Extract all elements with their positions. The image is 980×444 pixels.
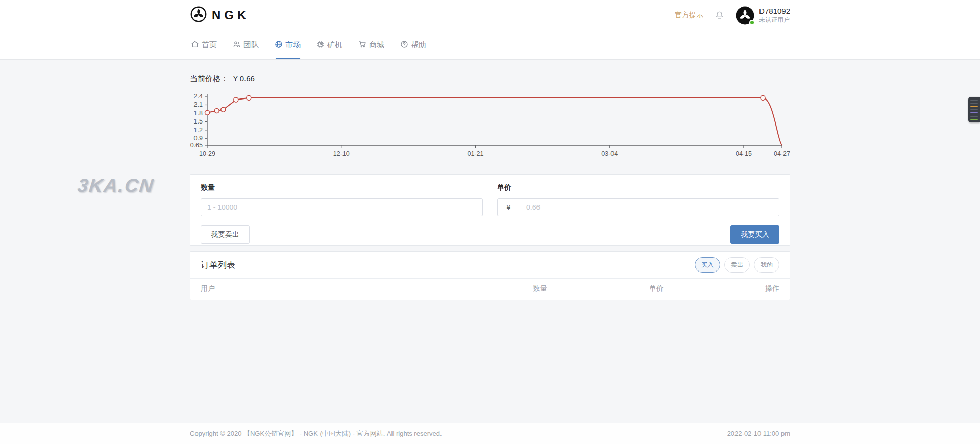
unit-price-label: 单价 — [497, 183, 779, 192]
copyright-text: Copyright © 2020 【NGK公链官网】 - NGK (中国大陆) … — [190, 429, 442, 438]
app-header: NGK 官方提示 — [0, 0, 980, 31]
footer-timestamp: 2022-02-10 11:00 pm — [727, 430, 790, 437]
current-price-row: 当前价格： ¥ 0.66 — [190, 74, 790, 84]
unit-price-input[interactable] — [520, 199, 779, 216]
avatar — [736, 6, 754, 25]
svg-text:10-29: 10-29 — [199, 150, 215, 157]
online-status-dot — [749, 20, 755, 26]
nav-item-help[interactable]: 帮助 — [399, 31, 427, 59]
ngk-logo-icon — [190, 6, 207, 25]
buy-button[interactable]: 我要买入 — [730, 225, 779, 244]
cart-icon — [358, 40, 366, 50]
order-list-title: 订单列表 — [201, 259, 235, 271]
nav-item-home[interactable]: 首页 — [190, 31, 218, 59]
quantity-input[interactable] — [201, 198, 483, 216]
nav-item-mall[interactable]: 商城 — [357, 31, 385, 59]
svg-text:04-27: 04-27 — [774, 150, 790, 157]
nav-label: 商城 — [369, 40, 384, 50]
price-line-chart: 2.42.11.81.51.20.90.6510-2912-1001-2103-… — [190, 90, 790, 170]
brand-name: NGK — [212, 8, 250, 22]
nav-label: 帮助 — [411, 40, 426, 50]
svg-text:12-10: 12-10 — [333, 150, 350, 157]
globe-icon — [275, 40, 283, 50]
nav-label: 团队 — [243, 40, 259, 50]
svg-text:0.65: 0.65 — [190, 142, 203, 149]
svg-text:01-21: 01-21 — [467, 150, 483, 157]
page-footer: Copyright © 2020 【NGK公链官网】 - NGK (中国大陆) … — [0, 423, 980, 444]
widget-stripe — [970, 109, 978, 110]
svg-text:03-04: 03-04 — [601, 150, 618, 157]
main-nav: 首页 团队 市场 — [0, 31, 980, 60]
col-quantity: 数量 — [533, 284, 649, 293]
svg-text:1.5: 1.5 — [194, 118, 203, 125]
site-watermark: 3KA.CN — [77, 175, 155, 196]
user-id: D781092 — [759, 7, 790, 16]
home-icon — [191, 40, 199, 50]
widget-stripe-orange — [970, 106, 978, 107]
widget-stripe-green — [970, 119, 978, 120]
nav-label: 首页 — [202, 40, 217, 50]
official-tip-link[interactable]: 官方提示 — [675, 11, 703, 20]
col-action: 操作 — [765, 284, 779, 293]
nav-label: 矿机 — [327, 40, 342, 50]
widget-stripe — [970, 116, 978, 117]
nav-item-market[interactable]: 市场 — [274, 31, 302, 59]
extension-widget[interactable] — [968, 97, 980, 122]
filter-mine-pill[interactable]: 我的 — [754, 257, 779, 273]
svg-text:04-15: 04-15 — [736, 150, 752, 157]
order-list-card: 订单列表 买入 卖出 我的 用户 数量 单价 操作 — [190, 251, 790, 300]
trade-form-card: 数量 我要卖出 单价 ¥ 我要买入 — [190, 174, 790, 246]
notification-bell-icon[interactable] — [715, 11, 724, 20]
order-filter-group: 买入 卖出 我的 — [695, 257, 779, 273]
svg-text:1.2: 1.2 — [194, 127, 203, 134]
widget-stripe — [970, 103, 978, 104]
widget-stripe — [970, 100, 978, 101]
svg-text:0.9: 0.9 — [194, 135, 203, 142]
svg-text:2.4: 2.4 — [194, 93, 203, 100]
filter-sell-pill[interactable]: 卖出 — [724, 257, 750, 273]
svg-text:1.8: 1.8 — [194, 110, 203, 117]
user-verify-status: 未认证用户 — [759, 16, 790, 24]
nav-item-team[interactable]: 团队 — [232, 31, 260, 59]
ngk-logo[interactable]: NGK — [190, 6, 250, 25]
svg-text:2.1: 2.1 — [194, 101, 203, 108]
team-icon — [233, 40, 241, 50]
order-table-header: 用户 数量 单价 操作 — [190, 278, 790, 300]
quantity-label: 数量 — [201, 183, 483, 192]
current-price-value: ¥ 0.66 — [233, 74, 255, 83]
currency-symbol: ¥ — [498, 199, 520, 216]
price-column: 单价 ¥ 我要买入 — [497, 183, 779, 244]
filter-buy-pill[interactable]: 买入 — [695, 257, 720, 273]
col-price: 单价 — [649, 284, 765, 293]
current-price-label: 当前价格： — [190, 74, 228, 83]
nav-label: 市场 — [285, 40, 301, 50]
quantity-column: 数量 我要卖出 — [201, 183, 483, 244]
nav-item-miner[interactable]: 矿机 — [315, 31, 344, 59]
sell-button[interactable]: 我要卖出 — [201, 225, 250, 244]
col-user: 用户 — [201, 284, 533, 293]
widget-stripe-purple — [970, 112, 978, 113]
user-menu[interactable]: D781092 未认证用户 — [736, 6, 790, 25]
chip-icon — [316, 40, 325, 50]
help-icon — [400, 40, 408, 50]
